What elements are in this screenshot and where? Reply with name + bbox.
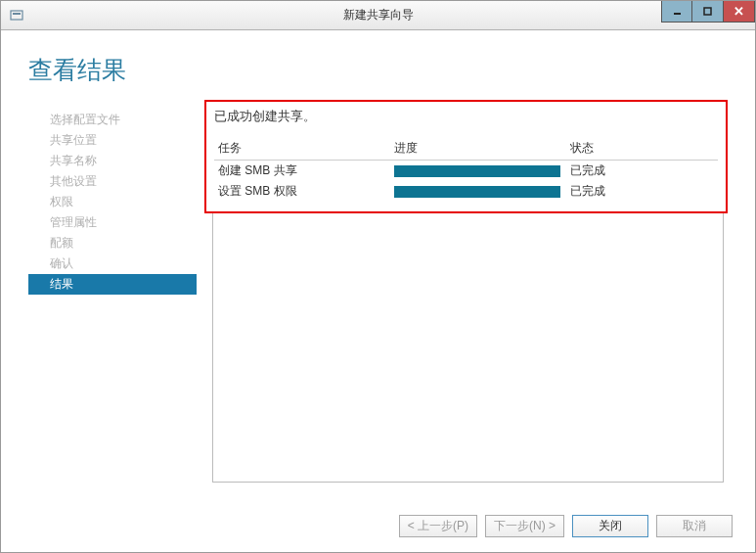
progress-bar	[394, 186, 560, 198]
svg-rect-3	[704, 8, 711, 15]
highlight-annotation: 已成功创建共享。 任务 进度 状态 创建 SMB 共享 已完成	[204, 100, 728, 213]
sidebar-item-share-name: 共享名称	[28, 151, 197, 171]
progress-bar	[394, 165, 560, 177]
task-table: 任务 进度 状态 创建 SMB 共享 已完成 设置 SMB 权限	[214, 137, 718, 202]
close-button[interactable]: ✕	[724, 1, 755, 23]
task-progress	[390, 161, 566, 182]
sidebar-item-select-profile: 选择配置文件	[28, 110, 197, 130]
minimize-button[interactable]	[661, 1, 692, 23]
result-message: 已成功创建共享。	[214, 108, 718, 125]
wizard-footer: < 上一步(P) 下一步(N) > 关闭 取消	[399, 515, 733, 537]
cancel-button: 取消	[656, 515, 733, 537]
sidebar-item-mgmt-properties: 管理属性	[28, 212, 197, 233]
main-content: 已成功创建共享。 任务 进度 状态 创建 SMB 共享 已完成	[197, 110, 728, 483]
sidebar-item-other-settings: 其他设置	[28, 171, 197, 192]
svg-rect-1	[13, 13, 21, 15]
svg-rect-0	[11, 11, 22, 20]
wizard-steps-sidebar: 选择配置文件 共享位置 共享名称 其他设置 权限 管理属性 配额 确认 结果	[28, 110, 197, 483]
close-wizard-button[interactable]: 关闭	[572, 515, 648, 537]
table-row: 创建 SMB 共享 已完成	[214, 161, 718, 182]
column-header-progress[interactable]: 进度	[390, 137, 566, 161]
window-controls: ✕	[661, 1, 755, 23]
result-log-panel	[212, 213, 724, 483]
task-status: 已完成	[566, 161, 718, 182]
task-name: 创建 SMB 共享	[214, 161, 390, 182]
sidebar-item-share-location: 共享位置	[28, 130, 197, 151]
sidebar-item-confirm: 确认	[28, 253, 197, 274]
column-header-task[interactable]: 任务	[214, 137, 390, 161]
sidebar-item-quota: 配额	[28, 233, 197, 253]
titlebar: 新建共享向导 ✕	[1, 1, 755, 30]
table-row: 设置 SMB 权限 已完成	[214, 181, 718, 202]
task-status: 已完成	[566, 181, 718, 202]
task-name: 设置 SMB 权限	[214, 181, 390, 202]
window-title: 新建共享向导	[343, 7, 414, 23]
next-button: 下一步(N) >	[485, 515, 564, 537]
sidebar-item-permissions: 权限	[28, 192, 197, 212]
column-header-status[interactable]: 状态	[566, 137, 718, 161]
page-title: 查看结果	[28, 54, 728, 86]
app-icon	[9, 8, 24, 23]
task-progress	[390, 181, 566, 202]
previous-button: < 上一步(P)	[399, 515, 477, 537]
maximize-button[interactable]	[692, 1, 724, 23]
sidebar-item-results: 结果	[28, 274, 197, 295]
